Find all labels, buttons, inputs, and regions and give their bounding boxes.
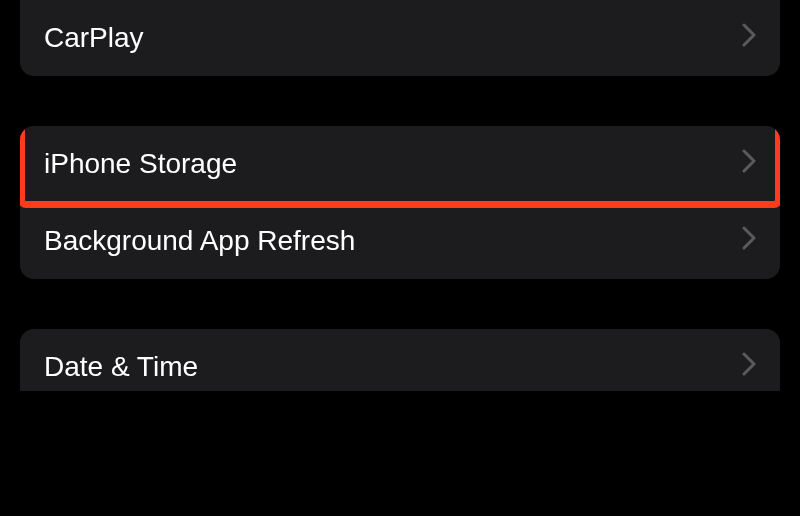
settings-label-iphone-storage: iPhone Storage xyxy=(44,148,237,180)
settings-label-carplay: CarPlay xyxy=(44,22,144,54)
settings-label-date-time: Date & Time xyxy=(44,351,198,383)
settings-group-3: Date & Time xyxy=(20,329,780,391)
settings-group-2: iPhone Storage Background App Refresh xyxy=(20,126,780,279)
chevron-right-icon xyxy=(742,149,756,179)
chevron-right-icon xyxy=(742,226,756,256)
settings-row-iphone-storage[interactable]: iPhone Storage xyxy=(20,126,780,203)
settings-row-date-time[interactable]: Date & Time xyxy=(20,329,780,391)
settings-container: CarPlay iPhone Storage Background App Re… xyxy=(0,0,800,391)
settings-row-carplay[interactable]: CarPlay xyxy=(20,0,780,76)
chevron-right-icon xyxy=(742,352,756,382)
settings-row-background-app-refresh[interactable]: Background App Refresh xyxy=(20,203,780,279)
settings-group-1: CarPlay xyxy=(20,0,780,76)
chevron-right-icon xyxy=(742,23,756,53)
settings-label-background-app-refresh: Background App Refresh xyxy=(44,225,355,257)
